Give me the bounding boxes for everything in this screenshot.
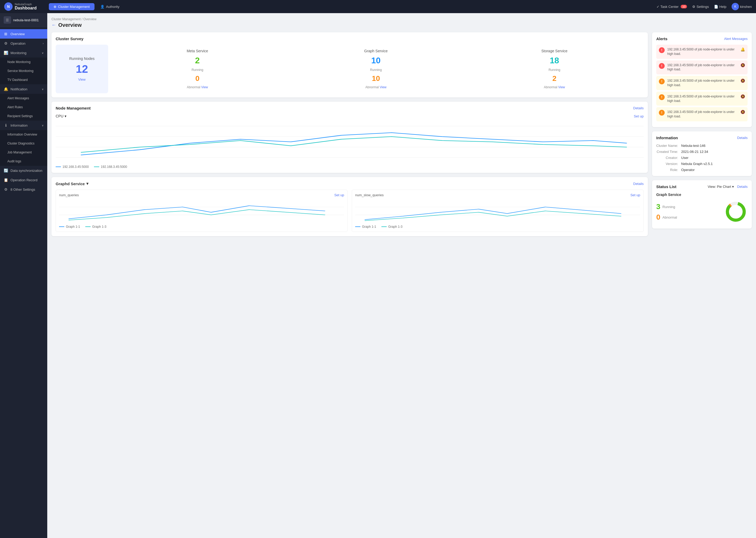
user-menu[interactable]: K kinshen: [732, 3, 752, 10]
cluster-selector[interactable]: ☰ nebula-test-0001: [0, 13, 47, 27]
content-grid: Cluster Survey Running Nodes 12 View Met…: [51, 32, 752, 534]
authority-icon: 👤: [100, 5, 105, 9]
sidebar-item-overview[interactable]: ⊞ Overview: [0, 29, 47, 39]
information-icon: ℹ: [4, 123, 8, 128]
graph-running-num: 3: [656, 202, 660, 211]
alert-bell-2[interactable]: 🔕: [740, 63, 745, 67]
sidebar-item-alert-messages[interactable]: Alert Messages: [0, 94, 47, 103]
sidebar-item-cluster-diagnostics[interactable]: Cluster Diagnostics: [0, 139, 47, 148]
graphd-service-card: Graphd Service ▾ Details num_queries Set…: [51, 177, 648, 236]
monitoring-submenu: Node Monitoring Service Monitoring TV Da…: [0, 58, 47, 84]
sidebar-item-label: Alert Rules: [7, 105, 23, 109]
notification-icon: 🔔: [4, 87, 8, 91]
nav-tabs: ⊕ Cluster Management 👤 Authority: [49, 3, 656, 10]
sidebar-item-label: Data synchronization: [11, 169, 42, 173]
creator-label: Creator:: [656, 156, 678, 160]
sidebar-item-operation[interactable]: ⚙ Operation ›: [0, 39, 47, 48]
graphd-service-details-link[interactable]: Details: [633, 182, 644, 186]
legend-line-teal-2: [85, 227, 91, 227]
alert-messages-link[interactable]: Alert Messages: [724, 37, 748, 41]
settings-button[interactable]: ⚙ Settings: [692, 5, 709, 9]
sidebar-item-label: Job Management: [7, 150, 32, 154]
chart-legend: 192.168.3.45:5000 192.168.3.45:5000: [56, 165, 644, 169]
sidebar-item-recipient-settings[interactable]: Recipient Settings: [0, 112, 47, 121]
view-chevron-down-icon: ▾: [732, 185, 734, 188]
cluster-name: nebula-test-0001: [13, 18, 39, 22]
node-management-setup-link[interactable]: Set up: [634, 114, 644, 118]
node-management-title: Node Management: [56, 106, 91, 110]
sidebar-item-notification[interactable]: 🔔 Notification ∨: [0, 84, 47, 94]
view-selector[interactable]: View: Pie Chart ▾: [708, 185, 734, 188]
num-slow-queries-title: num_slow_queries: [355, 193, 384, 197]
sidebar-item-operation-record[interactable]: 📋 Operation Record: [0, 175, 47, 185]
left-column: Cluster Survey Running Nodes 12 View Met…: [51, 32, 648, 534]
sidebar-item-label: 8 Other Settings: [11, 188, 35, 191]
sidebar-item-node-monitoring[interactable]: Node Monitoring: [0, 58, 47, 67]
meta-view-link[interactable]: View: [201, 85, 208, 89]
avatar: K: [732, 3, 739, 10]
status-list-details-link[interactable]: Details: [737, 185, 748, 188]
alert-bell-4[interactable]: 🔕: [740, 94, 745, 98]
num-queries-legend: Graph 1-1 Graph 1-3: [59, 225, 344, 229]
graph-service-col: Graph Service 10 Running 10 Abnormal Vie…: [287, 45, 465, 93]
graph-running-label: Running: [291, 68, 461, 72]
sidebar-item-monitoring[interactable]: 📊 Monitoring ∨: [0, 48, 47, 58]
legend-line-teal-3: [381, 227, 387, 227]
graph-abnormal-count: 10: [372, 74, 380, 83]
task-center-button[interactable]: ✓ Task Center 10: [656, 5, 687, 9]
legend-slow-graph11: Graph 1-1: [355, 225, 376, 229]
cluster-name-label: Cluster Name:: [656, 144, 678, 148]
alert-text-2: 192.168.3.45:5000 of job node-explorer i…: [667, 63, 738, 72]
sidebar-item-job-management[interactable]: Job Management: [0, 148, 47, 157]
num-slow-queries-setup-link[interactable]: Set up: [630, 193, 640, 197]
alert-icon-orange-3: !: [659, 110, 665, 116]
information-submenu: Information Overview Cluster Diagnostics…: [0, 130, 47, 166]
cpu-selector[interactable]: CPU ▾: [56, 114, 67, 118]
sidebar-item-alert-rules[interactable]: Alert Rules: [0, 103, 47, 112]
sidebar-item-tv-dashboard[interactable]: TV Dashboard: [0, 76, 47, 84]
node-management-details-link[interactable]: Details: [633, 106, 644, 110]
graph-view-link[interactable]: View: [380, 85, 386, 89]
sidebar-item-other-settings[interactable]: ⚙ 8 Other Settings: [0, 185, 47, 194]
service-dropdown-icon: ▾: [86, 181, 88, 186]
sidebar-item-label: Operation: [11, 41, 25, 45]
sidebar-item-data-sync[interactable]: 🔄 Data synchronization: [0, 166, 47, 175]
role-value: Operator: [681, 168, 748, 172]
nav-tab-cluster[interactable]: ⊕ Cluster Management: [49, 3, 95, 10]
alert-bell-1[interactable]: 🔔: [740, 47, 745, 51]
storage-running-count: 18: [469, 56, 639, 65]
node-management-card: Node Management Details CPU ▾ Set up: [51, 102, 648, 173]
alert-item-4: ! 192.168.3.45:5000 of job node-explorer…: [656, 92, 748, 106]
back-button[interactable]: ←: [51, 22, 56, 28]
running-nodes-view-link[interactable]: View: [78, 78, 86, 81]
sidebar-item-label: TV Dashboard: [7, 78, 27, 82]
sidebar-item-information-overview[interactable]: Information Overview: [0, 130, 47, 139]
donut-chart-svg: [724, 200, 748, 224]
sidebar-item-information[interactable]: ℹ Information ∨: [0, 121, 47, 130]
sidebar-menu: ⊞ Overview ⚙ Operation › 📊 Monitoring ∨ …: [0, 27, 47, 538]
overview-icon: ⊞: [4, 32, 8, 36]
sidebar-item-label: Service Monitoring: [7, 69, 33, 73]
main-layout: ☰ nebula-test-0001 ⊞ Overview ⚙ Operatio…: [0, 13, 756, 538]
num-queries-setup-link[interactable]: Set up: [334, 193, 344, 197]
graph-service-status: 3 Running 0 Abnormal: [656, 200, 748, 224]
sidebar-item-service-monitoring[interactable]: Service Monitoring: [0, 67, 47, 76]
nav-tab-authority[interactable]: 👤 Authority: [96, 3, 124, 10]
alert-bell-3[interactable]: 🔕: [740, 79, 745, 83]
graph-service-label: Graph Service: [656, 192, 748, 197]
chevron-down-icon-2: ∨: [42, 88, 44, 91]
legend-item-1: 192.168.3.45:5000: [56, 165, 89, 169]
help-button[interactable]: 📄 Help: [714, 5, 726, 9]
legend-line-blue-2: [59, 227, 64, 227]
sidebar-item-audit-logs[interactable]: Audit logs: [0, 157, 47, 166]
information-details-link[interactable]: Details: [737, 136, 748, 140]
storage-abnormal-label-row: Abnormal View: [469, 85, 639, 89]
meta-abnormal-label-row: Abnormal View: [112, 85, 282, 89]
alert-bell-5[interactable]: 🔕: [740, 110, 745, 114]
storage-view-link[interactable]: View: [558, 85, 565, 89]
chevron-down-icon: ∨: [42, 51, 44, 54]
role-label: Role:: [656, 168, 678, 172]
cluster-selector-icon: ☰: [4, 16, 11, 24]
alert-icon-orange-1: !: [659, 79, 665, 84]
graphd-service-title[interactable]: Graphd Service ▾: [56, 181, 88, 186]
